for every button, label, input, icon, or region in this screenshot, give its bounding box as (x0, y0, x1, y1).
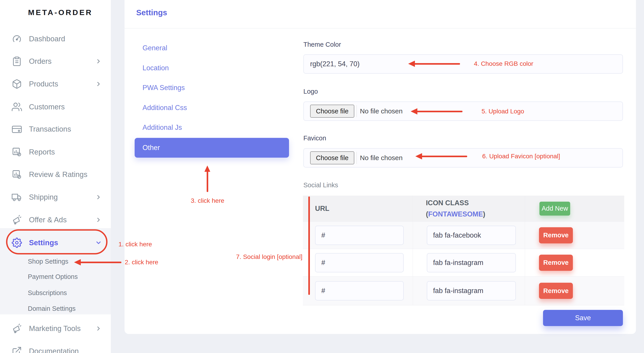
logo-file-input[interactable]: Choose file No file chosen (304, 102, 623, 121)
favicon-file-input[interactable]: Choose file No file chosen (304, 148, 623, 168)
social-icon-class-input[interactable] (427, 281, 516, 300)
file-input-divider (356, 105, 357, 117)
sidebar-item-dashboard[interactable]: Dashboard (12, 28, 102, 50)
remove-button[interactable]: Remove (539, 227, 573, 243)
table-row-action-cell: Remove (525, 249, 624, 276)
remove-button[interactable]: Remove (539, 255, 573, 271)
sidebar-subitem-label: Shop Settings (28, 258, 68, 265)
customers-icon (12, 102, 22, 112)
tab-pwa-settings[interactable]: PWA Settings (142, 84, 185, 92)
settings-highlight-oval (6, 229, 108, 254)
table-row-icon-cell (413, 249, 525, 276)
add-new-button[interactable]: Add New (540, 202, 570, 216)
favicon-choose-file-button[interactable]: Choose file (310, 151, 354, 164)
external-link-icon (12, 346, 22, 353)
table-row-icon-cell (413, 222, 525, 249)
table-header-actions: Add New (525, 196, 624, 222)
sidebar-item-label: Marketing Tools (29, 324, 81, 333)
table-row-url-cell (303, 249, 413, 276)
annotation-6: 6. Upload Favicon [optional] (482, 153, 560, 160)
table-header-url: URL (303, 196, 413, 222)
sidebar-item-customers[interactable]: Customers (12, 96, 102, 118)
arrow-line (207, 171, 208, 192)
sidebar-subitem-domain-settings[interactable]: Domain Settings (28, 301, 102, 316)
sidebar-item-orders[interactable]: Orders (12, 50, 102, 73)
sidebar-subitem-label: Payment Options (28, 273, 78, 280)
tab-general[interactable]: General (142, 44, 167, 52)
settings-card: Settings General Location PWA Settings A… (124, 0, 636, 334)
icon-class-header-text: ICON CLASS (426, 199, 485, 207)
report-chart-icon (12, 147, 22, 157)
order-list-icon (12, 56, 22, 67)
social-url-input[interactable] (315, 281, 404, 300)
chevron-right-icon (95, 58, 102, 65)
credit-card-icon (12, 124, 22, 134)
tab-other-label: Other (142, 144, 160, 152)
chevron-right-icon (95, 194, 102, 201)
favicon-label: Favicon (304, 135, 326, 142)
sidebar-item-label: Documentation (29, 347, 79, 353)
table-row-action-cell: Remove (525, 276, 624, 305)
file-input-divider (356, 152, 357, 164)
sidebar-item-label: Shipping (29, 193, 58, 201)
table-row-url-cell (303, 276, 413, 305)
sidebar-item-transactions[interactable]: Transactions (12, 118, 102, 140)
social-url-input[interactable] (315, 253, 404, 272)
sidebar-item-label: Offer & Ads (29, 216, 67, 224)
truck-icon (12, 192, 22, 202)
sidebar-subitem-subscriptions[interactable]: Subscriptions (28, 285, 102, 301)
sidebar-item-marketing-tools[interactable]: Marketing Tools (12, 317, 102, 340)
logo-file-status: No file chosen (360, 107, 402, 115)
table-row-icon-cell (413, 276, 525, 305)
social-url-input[interactable] (315, 226, 404, 245)
sidebar-item-products[interactable]: Products (12, 73, 102, 95)
arrow-line (80, 262, 122, 263)
sidebar-item-review-ratings[interactable]: Review & Ratings (12, 163, 102, 186)
sidebar: META-ORDER Dashboard Orders Products Cus… (0, 0, 111, 353)
sidebar-subitem-label: Domain Settings (28, 305, 76, 312)
arrow-line (414, 63, 460, 65)
sidebar-item-label: Dashboard (29, 35, 65, 43)
tab-location[interactable]: Location (142, 64, 169, 72)
sidebar-item-documentation[interactable]: Documentation (12, 340, 102, 353)
tab-additional-js[interactable]: Additional Js (142, 124, 182, 132)
sidebar-item-label: Review & Ratings (29, 170, 87, 179)
sidebar-subitem-shop-settings[interactable]: Shop Settings (28, 253, 102, 269)
annotation-5: 5. Upload Logo (482, 108, 524, 115)
table-row-url-cell (303, 222, 413, 249)
sidebar-subitem-label: Subscriptions (28, 289, 67, 297)
logo-choose-file-button[interactable]: Choose file (310, 105, 354, 118)
theme-color-input[interactable] (304, 54, 623, 74)
remove-button[interactable]: Remove (539, 283, 573, 299)
fontawesome-link[interactable]: FONTAWESOME (428, 210, 483, 218)
annotation-7: 7. Social login [optional] (236, 253, 302, 260)
tab-other-active[interactable]: Other (135, 138, 289, 158)
save-button[interactable]: Save (543, 310, 623, 326)
chevron-right-icon (95, 325, 102, 332)
annotation-3: 3. click here (177, 197, 238, 204)
product-box-icon (12, 79, 22, 89)
table-header-icon-class: ICON CLASS (FONTAWESOME) (413, 196, 525, 222)
annotation-2: 2. click here (125, 259, 158, 266)
chevron-right-icon (95, 81, 102, 87)
fontawesome-header-text: (FONTAWESOME) (426, 210, 485, 218)
sidebar-item-shipping[interactable]: Shipping (12, 186, 102, 208)
arrow-line (416, 111, 462, 112)
chevron-right-icon (95, 216, 102, 223)
social-table-highlight-line (308, 196, 310, 295)
sidebar-subitem-payment-options[interactable]: Payment Options (28, 269, 102, 284)
sidebar-item-label: Products (29, 80, 58, 88)
social-icon-class-input[interactable] (427, 226, 516, 245)
sidebar-item-label: Transactions (29, 125, 71, 133)
sidebar-item-offer-ads[interactable]: Offer & Ads (12, 209, 102, 231)
social-icon-class-input[interactable] (427, 253, 516, 272)
arrow-up-icon (204, 166, 210, 172)
tab-additional-css[interactable]: Additional Css (142, 104, 187, 112)
page-title: Settings (136, 8, 167, 17)
brand-logo: META-ORDER (28, 8, 93, 17)
table-row-action-cell: Remove (525, 222, 624, 249)
review-chart-icon (12, 169, 22, 180)
favicon-file-status: No file chosen (360, 154, 402, 162)
sidebar-item-reports[interactable]: Reports (12, 141, 102, 163)
app-root: META-ORDER Dashboard Orders Products Cus… (0, 0, 644, 353)
